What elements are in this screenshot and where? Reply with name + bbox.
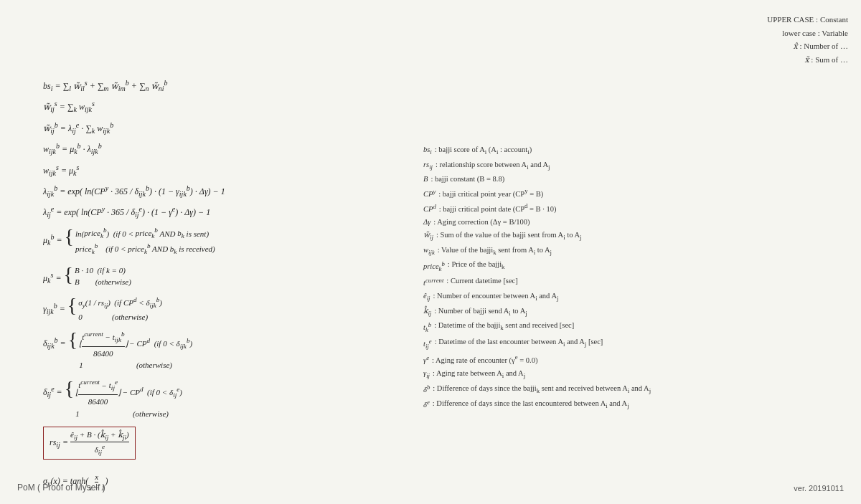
legend-line1: UPPER CASE : Constant	[767, 13, 848, 27]
formula-bs: bsi = ∑l w̃ils + ∑m w̃imb + ∑n w̃nib	[43, 79, 316, 92]
desc-delta-b: δb : Difference of days since the bajjik…	[423, 382, 825, 396]
formula-w-ijk-b: wijkb = μkb · λijkb	[43, 142, 316, 156]
desc-t-e: tije : Datetime of the last encounter be…	[423, 336, 825, 351]
desc-delta-gamma: Δγ : Aging correction (Δγ = B/100)	[423, 216, 825, 228]
formula-rs-highlighted: rsij = êij + B · (k̂ij + k̂ji) δije	[43, 427, 316, 465]
legend-line2: lower case : Variable	[767, 27, 848, 40]
formula-lambda-e: λije = exp( ln(CPy · 365 / δije) · (1 − …	[43, 205, 316, 219]
desc-e-hat: êij : Number of encounter between Ai and…	[423, 290, 825, 304]
desc-CPy: CPy : bajji critical point year (CPy = B…	[423, 186, 825, 200]
desc-B: B : bajji constant (B = 8.8)	[423, 173, 825, 185]
desc-delta-e: δe : Difference of days since the last e…	[423, 397, 825, 412]
page-container: UPPER CASE : Constant lower case : Varia…	[0, 0, 861, 504]
desc-k-hat: k̂ij : Number of bajji send Ai to Aj	[423, 305, 825, 319]
desc-gamma-e: γe : Aging rate of encounter (γe = 0.0)	[423, 352, 825, 366]
desc-t-k: tkb : Datetime of the bajjik sent and re…	[423, 319, 825, 335]
legend-line4: x̃ : Sum of …	[767, 53, 848, 67]
footer-left: PoM ( Proof of Myself )	[17, 482, 105, 493]
descriptions-area: bsi : bajji score of Ai (Ai : accounti) …	[423, 143, 825, 412]
legend-line3: x̂ : Number of …	[767, 39, 848, 53]
formula-delta-b: δijkb = { ⌊tcurrent − tijkb86400⌋ − CPd …	[43, 330, 316, 371]
formulas-area: bsi = ∑l w̃ils + ∑m w̃imb + ∑n w̃nib w̃i…	[43, 79, 316, 499]
desc-rs: rsij : relationship score between Ai and…	[423, 158, 825, 173]
desc-CPd: CPd : bajji critical point date (CPd = B…	[423, 201, 825, 215]
formula-w-ijk-s: wijks = μks	[43, 163, 316, 177]
desc-w-tilde: w̃ij : Sum of the value of the bajji sen…	[423, 229, 825, 243]
formula-lambda-b: λijkb = exp( ln(CPy · 365 / δijkb) · (1 …	[43, 184, 316, 198]
desc-price: pricekb : Price of the bajjik	[423, 258, 825, 274]
desc-t-current: tcurrent : Current datetime [sec]	[423, 275, 825, 289]
formula-w-tilde-b: w̃ijb = λije · ∑k wijkb	[43, 121, 316, 135]
footer-right: ver. 20191011	[794, 484, 844, 493]
formula-gamma-b: γijkb = { σy(1 / rsij) (if CPd < δijkb) …	[43, 295, 316, 323]
formula-mu-b: μkb = { ln(pricekb) (if 0 < pricekb AND …	[43, 227, 316, 257]
desc-w-ijk: wijk : Value of the bajjik sent from Ai …	[423, 244, 825, 258]
formula-w-tilde-s: w̃ijs = ∑k wijks	[43, 100, 316, 113]
formula-delta-e: δije = { ⌊tcurrent − tije86400⌋ − CPd (i…	[43, 379, 316, 420]
formula-mu-s: μks = { B · 10 (if k = 0) B (otherwise)	[43, 265, 316, 288]
legend: UPPER CASE : Constant lower case : Varia…	[767, 13, 848, 67]
desc-gamma-ij: γij : Aging rate between Ai and Aj	[423, 367, 825, 381]
desc-bs: bsi : bajji score of Ai (Ai : accounti)	[423, 143, 825, 158]
